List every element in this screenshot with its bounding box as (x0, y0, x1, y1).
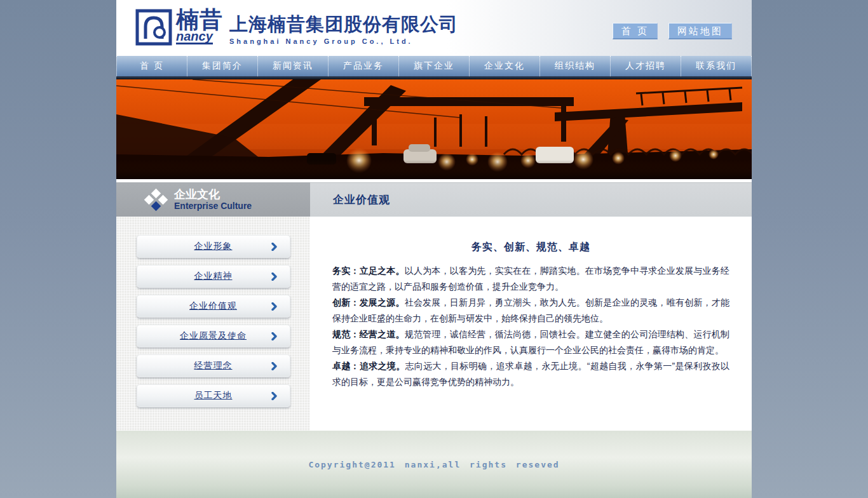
copyright-text: Copyright@2011 nanxi,all rights reseved (308, 460, 559, 469)
value-paragraph-innovation: 创新：发展之源。社会发展，日新月异，勇立潮头，敢为人先。创新是企业的灵魂，唯有创… (332, 295, 729, 326)
logo-name-cn: 楠昔 (176, 9, 223, 30)
paragraph-lead: 创新：发展之源。 (332, 297, 405, 307)
arrow-right-icon (271, 273, 277, 281)
paragraph-lead: 务实：立足之本。 (332, 266, 405, 276)
nav-item-news[interactable]: 新闻资讯 (257, 56, 328, 76)
paragraph-lead: 卓越：追求之境。 (332, 361, 405, 371)
page-container: 楠昔 nancy 上海楠昔集团股份有限公司 Shanghai Nancy Gro… (116, 0, 752, 498)
value-paragraph-excellence: 卓越：追求之境。志向远大，目标明确，追求卓越，永无止境。“超越自我，永争第一”是… (332, 358, 729, 390)
header-quick-links: 首 页 网站地图 (613, 23, 732, 39)
nav-item-subsidiaries[interactable]: 旗下企业 (398, 56, 469, 76)
company-logo[interactable]: 楠昔 nancy (135, 8, 223, 48)
nav-item-careers[interactable]: 人才招聘 (610, 56, 681, 76)
arrow-right-icon (271, 243, 277, 251)
content-header: 企业价值观 (310, 182, 752, 217)
sidebar-menu: 企业形象 企业精神 企业价值观 企业愿景及使命 经营理念 员工天地 (116, 217, 310, 431)
sidebar-title-en: Enterprise Culture (174, 201, 252, 211)
logo-name-en: nancy (176, 30, 213, 44)
sidebar-item-staff-world[interactable]: 员工天地 (137, 384, 290, 407)
arrow-right-icon (271, 362, 277, 370)
nav-item-contact[interactable]: 联系我们 (681, 56, 752, 76)
logo-text: 楠昔 nancy (176, 9, 223, 44)
arrow-right-icon (271, 302, 277, 311)
sidebar-header: 企业文化 Enterprise Culture (116, 182, 310, 217)
banner-image (116, 79, 752, 179)
home-button[interactable]: 首 页 (613, 23, 658, 39)
sidebar-item-corporate-spirit[interactable]: 企业精神 (137, 265, 290, 288)
site-header: 楠昔 nancy 上海楠昔集团股份有限公司 Shanghai Nancy Gro… (116, 0, 752, 56)
company-name-cn: 上海楠昔集团股份有限公司 (229, 14, 458, 34)
page-title: 企业价值观 (333, 192, 390, 207)
nav-item-organization[interactable]: 组织结构 (539, 56, 610, 76)
sidebar-title-cn: 企业文化 (174, 188, 252, 201)
nav-item-products[interactable]: 产品业务 (328, 56, 398, 76)
company-name-block: 上海楠昔集团股份有限公司 Shanghai Nancy Group Co., L… (229, 14, 458, 45)
arrow-right-icon (271, 392, 277, 400)
logo-mark-icon (135, 9, 172, 48)
content-area: 务实、创新、规范、卓越 务实：立足之本。以人为本，以客为先，实实在在，脚踏实地。… (310, 217, 752, 431)
sidebar-item-corporate-image[interactable]: 企业形象 (137, 235, 290, 258)
values-heading: 务实、创新、规范、卓越 (332, 241, 729, 254)
nav-item-home[interactable]: 首 页 (116, 56, 187, 76)
sidebar-item-business-philosophy[interactable]: 经营理念 (137, 354, 290, 377)
main-nav: 首 页 集团简介 新闻资讯 产品业务 旗下企业 企业文化 组织结构 人才招聘 联… (116, 56, 752, 76)
paragraph-lead: 规范：经营之道。 (332, 329, 405, 339)
sitemap-button[interactable]: 网站地图 (668, 23, 732, 39)
value-paragraph-standard: 规范：经营之道。规范管理，诚信经营，循法尚德，回馈社会。建立健全的公司治理结构、… (332, 326, 729, 358)
arrow-right-icon (271, 332, 277, 340)
nav-item-culture[interactable]: 企业文化 (469, 56, 539, 76)
site-footer: Copyright@2011 nanxi,all rights reseved (116, 431, 752, 498)
value-paragraph-pragmatic: 务实：立足之本。以人为本，以客为先，实实在在，脚踏实地。在市场竞争中寻求企业发展… (332, 263, 729, 295)
nav-item-group-intro[interactable]: 集团简介 (187, 56, 257, 76)
diamond-cluster-icon (145, 189, 168, 210)
section-headers: 企业文化 Enterprise Culture 企业价值观 (116, 182, 752, 217)
main-body: 企业形象 企业精神 企业价值观 企业愿景及使命 经营理念 员工天地 (116, 217, 752, 431)
sidebar-item-corporate-values[interactable]: 企业价值观 (137, 295, 290, 318)
sidebar-item-vision-mission[interactable]: 企业愿景及使命 (137, 325, 290, 347)
company-name-en: Shanghai Nancy Group Co., Ltd. (229, 37, 458, 45)
